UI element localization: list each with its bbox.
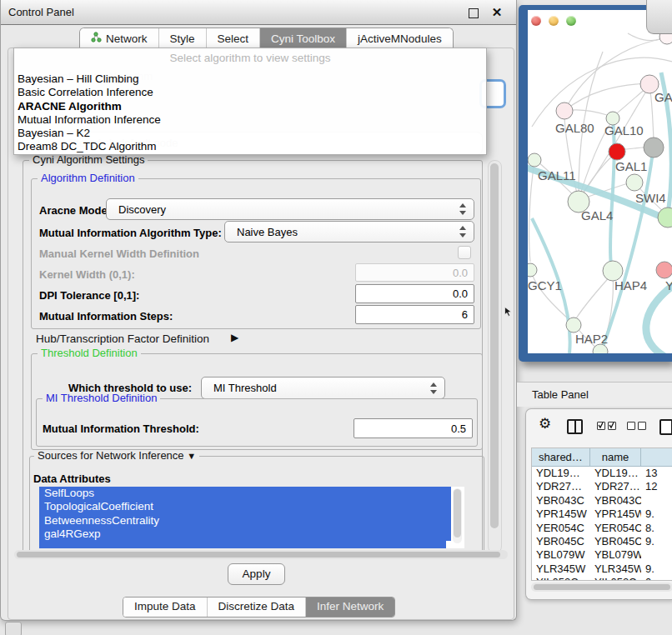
algorithm-option[interactable]: Bayesian – Hill Climbing	[14, 72, 486, 86]
mi-type-select[interactable]: Naive Bayes	[224, 221, 474, 242]
table-row[interactable]: YIL052CYIL052C0.	[532, 576, 672, 581]
settings-scrollbar[interactable]	[488, 160, 502, 553]
algorithm-definition-title: Algorithm Definition	[38, 172, 138, 184]
gear-icon[interactable]: ⚙	[539, 416, 551, 432]
node-gray[interactable]	[644, 138, 664, 158]
svg-text:GAL: GAL	[654, 90, 672, 104]
bottom-tabs: Impute Data Discretize Data Infer Networ…	[123, 597, 395, 618]
table-panel: ⚙ shared… name YDL19…YDL19…13 YDR27…YD	[525, 408, 672, 600]
svg-text:GAL80: GAL80	[555, 121, 594, 135]
expand-arrow-icon[interactable]: ▶	[231, 332, 238, 343]
tab-style[interactable]: Style	[159, 28, 207, 49]
hub-definition-label[interactable]: Hub/Transcription Factor Definition	[36, 332, 209, 345]
dpi-tolerance-field[interactable]: 0.0	[355, 284, 474, 303]
close-icon[interactable]: ✕	[489, 4, 505, 21]
column-header-name[interactable]: name	[590, 448, 641, 467]
apply-button[interactable]: Apply	[228, 563, 285, 585]
desktop-mini-icon[interactable]	[5, 622, 22, 635]
data-attributes-label: Data Attributes	[33, 472, 111, 485]
algorithm-option[interactable]: Dream8 DC_TDC Algorithm	[14, 140, 486, 153]
control-panel-titlebar[interactable]: Control Panel ✕	[1, 0, 516, 25]
network-tab-icon	[91, 29, 102, 49]
which-threshold-select[interactable]: MI Threshold	[201, 377, 445, 399]
control-panel-tabs: Network Style Select Cyni Toolbox jActiv…	[79, 28, 454, 49]
svg-text:GCY1: GCY1	[528, 278, 562, 292]
node-red[interactable]	[609, 143, 625, 160]
manual-kernel-checkbox[interactable]	[458, 246, 471, 259]
float-window-icon[interactable]	[469, 8, 479, 18]
table-panel-title: Table Panel	[517, 382, 672, 407]
node-hap2[interactable]	[566, 318, 581, 332]
data-attributes-list: SelfLoops TopologicalCoefficient Between…	[39, 487, 464, 548]
collapse-arrow-icon[interactable]: ▼	[187, 451, 196, 461]
svg-text:SWI4: SWI4	[635, 191, 666, 205]
column-header-shared-name[interactable]: shared…	[532, 448, 590, 467]
background-panel-corner	[646, 0, 672, 34]
node-gal80[interactable]	[556, 102, 573, 119]
svg-text:HAP4: HAP4	[614, 278, 647, 292]
algorithm-option-selected[interactable]: ARACNE Algorithm	[14, 100, 486, 113]
attribute-item[interactable]: gal4RGexp	[39, 528, 451, 541]
settings-group-title: Cyni Algorithm Settings	[29, 154, 148, 166]
mi-threshold-label: Mutual Information Threshold:	[43, 422, 199, 435]
deselect-all-icon[interactable]	[627, 419, 649, 431]
attribute-item[interactable]: SelfLoops	[39, 487, 451, 500]
table-hscrollbar[interactable]	[531, 582, 672, 592]
node-gcy1[interactable]	[528, 263, 537, 277]
svg-text:GAL4: GAL4	[581, 208, 613, 222]
node-salmon[interactable]	[656, 262, 672, 278]
split-columns-icon[interactable]	[567, 419, 583, 434]
attribute-list-scrollbar[interactable]	[453, 488, 462, 543]
svg-text:GAL10: GAL10	[604, 123, 644, 138]
settings-hscrollbar[interactable]	[14, 550, 508, 559]
mi-type-label: Mutual Information Algorithm Type:	[39, 227, 222, 239]
aracne-mode-label: Aracne Mode:	[39, 204, 111, 217]
sources-title[interactable]: Sources for Network Inference ▼	[34, 450, 199, 462]
node-table: shared… name YDL19…YDL19…13 YDR27…YDR27……	[531, 448, 672, 581]
node-swi4[interactable]	[658, 208, 672, 228]
select-all-icon[interactable]	[597, 419, 619, 431]
tab-infer-network[interactable]: Infer Network	[306, 598, 394, 617]
table-row[interactable]: YDL19…YDL19…13	[532, 467, 672, 480]
dpi-tolerance-label: DPI Tolerance [0,1]:	[39, 289, 139, 302]
svg-text:GAL11: GAL11	[538, 168, 576, 182]
table-row[interactable]: YPR145WYPR145W9.	[532, 508, 672, 521]
algorithm-option[interactable]: Bayesian – K2	[14, 127, 486, 140]
minimize-traffic-light[interactable]	[549, 16, 559, 26]
tab-jactivemnodules[interactable]: jActiveMNodules	[347, 28, 453, 49]
table-row[interactable]: YBR045CYBR045C9.	[532, 535, 672, 548]
export-table-icon[interactable]	[659, 419, 672, 435]
close-traffic-light[interactable]	[531, 16, 541, 26]
column-header-partial[interactable]	[641, 448, 672, 467]
tab-select[interactable]: Select	[207, 28, 261, 49]
tab-discretize-data[interactable]: Discretize Data	[208, 598, 307, 617]
threshold-definition-title: Threshold Definition	[38, 348, 141, 359]
algorithm-option[interactable]: Mutual Information Inference	[14, 113, 486, 127]
tab-network[interactable]: Network	[80, 28, 159, 49]
node-gal11[interactable]	[528, 153, 541, 167]
table-row[interactable]: YBR043CYBR043C	[532, 494, 672, 508]
tab-impute-data[interactable]: Impute Data	[123, 598, 208, 617]
attribute-item[interactable]: BetweennessCentrality	[39, 514, 451, 528]
mouse-cursor	[504, 307, 513, 320]
table-row[interactable]: YER054CYER054C8.	[532, 522, 672, 535]
network-view-window[interactable]: GAL GAL80 GAL10 GAL1 GAL11 SWI4 GAL4 GCY…	[519, 5, 672, 362]
attribute-item[interactable]: TopologicalCoefficient	[39, 500, 451, 513]
mi-steps-field[interactable]: 6	[355, 305, 474, 324]
stepper-icon	[430, 382, 438, 394]
mi-threshold-field[interactable]: 0.5	[354, 418, 473, 438]
table-row[interactable]: YDR27…YDR27…12	[532, 480, 672, 493]
aracne-mode-select[interactable]: Discovery	[106, 198, 474, 220]
window-title: Control Panel	[8, 0, 74, 24]
table-row[interactable]: YLR345WYLR345W9.	[532, 562, 672, 576]
table-row[interactable]: YBL079WYBL079W	[532, 548, 672, 562]
control-panel-window: Control Panel ✕ Network Style Se	[0, 0, 517, 621]
tab-cyni-toolbox[interactable]: Cyni Toolbox	[260, 28, 347, 49]
network-canvas[interactable]: GAL GAL80 GAL10 GAL1 GAL11 SWI4 GAL4 GCY…	[528, 28, 672, 353]
scrollbar-thumb[interactable]	[490, 163, 499, 528]
kernel-width-field: 0.0	[355, 263, 474, 282]
node-gal1[interactable]	[626, 174, 643, 191]
zoom-traffic-light[interactable]	[566, 16, 576, 26]
svg-text:GAL1: GAL1	[615, 159, 647, 173]
algorithm-option[interactable]: Basic Correlation Inference	[14, 86, 486, 99]
